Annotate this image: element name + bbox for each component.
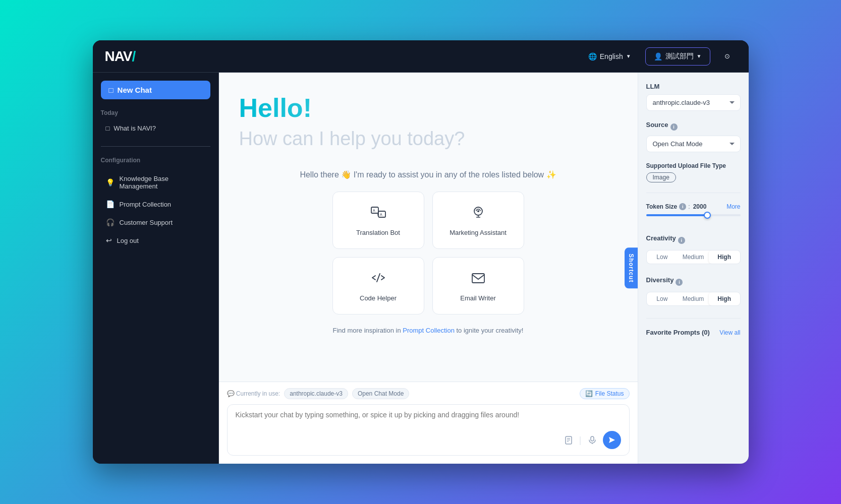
model-badge: anthropic.claude-v3 — [284, 388, 348, 399]
translation-bot-icon: A A — [370, 204, 386, 224]
sidebar-item-knowledge-base[interactable]: 💡 Knowledge Base Management — [101, 170, 210, 195]
llm-label: LLM — [646, 83, 741, 90]
file-icon: 📄 — [106, 200, 115, 208]
sidebar-item-label: Knowledge Base Management — [120, 175, 205, 190]
file-status-button[interactable]: 🔄 File Status — [580, 388, 630, 399]
creativity-label: Creativity — [646, 234, 676, 242]
panel-divider-2 — [646, 318, 741, 319]
creativity-high-button[interactable]: High — [709, 250, 740, 264]
source-label: Source — [646, 121, 668, 129]
plus-chat-icon: □ — [109, 86, 114, 94]
favorite-prompts-label: Favorite Prompts (0) — [646, 329, 710, 336]
code-helper-icon — [370, 270, 386, 289]
slider-thumb — [704, 212, 711, 219]
llm-select[interactable]: anthropic.claude-v3 gpt-4 gpt-3.5-turbo — [646, 94, 741, 111]
source-label-row: Source i — [646, 121, 741, 133]
chat-icon: □ — [106, 124, 110, 132]
view-all-link[interactable]: View all — [719, 329, 740, 336]
token-slider[interactable] — [646, 214, 741, 216]
code-helper-label: Code Helper — [360, 294, 397, 302]
role-card-email-writer[interactable]: Email Writer — [432, 257, 524, 314]
diversity-info-icon[interactable]: i — [676, 279, 683, 286]
config-label: Configuration — [101, 157, 210, 164]
chat-area: Hello! How can I help you today? Hello t… — [219, 73, 638, 464]
send-button[interactable] — [603, 431, 621, 449]
new-chat-button[interactable]: □ New Chat — [101, 81, 210, 99]
source-info-icon[interactable]: i — [670, 123, 678, 131]
sidebar-item-customer-support[interactable]: 🎧 Customer Support — [101, 213, 210, 231]
user-button[interactable]: 👤 測試部門 ▼ — [645, 47, 710, 66]
sidebar-item-label: Log out — [117, 237, 139, 244]
svg-text:A: A — [373, 209, 375, 212]
sidebar-divider — [101, 146, 210, 147]
role-card-code-helper[interactable]: Code Helper — [332, 257, 424, 314]
diversity-high-button[interactable]: High — [709, 292, 740, 305]
headset-icon: 🎧 — [106, 218, 115, 226]
shortcut-tab[interactable]: Shortcut — [625, 247, 638, 288]
hello-heading: Hello! — [239, 93, 312, 123]
user-icon: 👤 — [654, 52, 662, 60]
new-chat-label: New Chat — [118, 86, 152, 94]
role-card-marketing-assistant[interactable]: Marketing Assistant — [432, 192, 524, 249]
diversity-low-button[interactable]: Low — [647, 292, 678, 305]
sidebar-item-logout[interactable]: ↩ Log out — [101, 231, 210, 249]
chat-input[interactable] — [236, 411, 621, 427]
role-intro-text: Hello there 👋 I'm ready to assist you in… — [300, 170, 556, 179]
role-cards-grid: A A Translation Bot — [332, 192, 524, 314]
upload-badge: Image — [646, 172, 676, 182]
file-status-icon: 🔄 — [585, 390, 593, 397]
logo-text: NAV/ — [105, 48, 136, 65]
sidebar-chat-item[interactable]: □ What is NAVI? — [101, 120, 210, 136]
language-button[interactable]: 🌐 English ▼ — [582, 49, 637, 64]
svg-text:A: A — [380, 213, 382, 216]
token-size-label: Token Size — [646, 203, 678, 210]
status-prefix: 💬 Currently in use: — [227, 390, 281, 397]
microphone-button[interactable] — [586, 433, 599, 447]
chat-input-box: | — [227, 404, 630, 456]
mode-badge: Open Chat Mode — [352, 388, 409, 399]
diversity-medium-button[interactable]: Medium — [678, 292, 709, 305]
chevron-down-icon: ▼ — [697, 53, 702, 59]
settings-button[interactable]: ⊙ — [718, 47, 737, 66]
creativity-info-icon[interactable]: i — [678, 237, 685, 244]
marketing-assistant-icon — [470, 204, 486, 224]
chat-right-wrapper: Hello! How can I help you today? Hello t… — [219, 73, 749, 464]
sidebar-item-prompt-collection[interactable]: 📄 Prompt Collection — [101, 195, 210, 213]
logout-icon: ↩ — [106, 236, 112, 244]
header: NAV/ 🌐 English ▼ 👤 測試部門 ▼ ⊙ — [93, 40, 749, 73]
logo: NAV/ — [105, 48, 136, 65]
translation-bot-label: Translation Bot — [356, 229, 400, 236]
language-label: English — [600, 52, 623, 60]
svg-rect-11 — [591, 436, 594, 441]
sidebar-item-label: Prompt Collection — [120, 201, 172, 208]
chevron-down-icon: ▼ — [626, 53, 631, 59]
prompt-collection-link[interactable]: Prompt Collection — [403, 327, 455, 334]
token-size-section: Token Size i : 2000 More — [646, 203, 741, 224]
source-select[interactable]: Open Chat Mode Knowledge Base Mode — [646, 136, 741, 152]
token-more-link[interactable]: More — [726, 203, 740, 210]
main-layout: □ New Chat Today □ What is NAVI? Configu… — [93, 73, 749, 464]
svg-point-5 — [477, 210, 479, 212]
token-info-icon[interactable]: i — [679, 203, 686, 210]
header-right: 🌐 English ▼ 👤 測試部門 ▼ ⊙ — [582, 47, 737, 66]
favorite-prompts-row: Favorite Prompts (0) View all — [646, 329, 741, 336]
divider: | — [579, 435, 582, 446]
token-value: : — [688, 203, 690, 210]
settings-icon: ⊙ — [724, 52, 730, 60]
upload-section: Supported Upload File Type Image — [646, 162, 741, 182]
chat-item-label: What is NAVI? — [114, 124, 156, 132]
right-panel: LLM anthropic.claude-v3 gpt-4 gpt-3.5-tu… — [638, 73, 749, 464]
creativity-medium-button[interactable]: Medium — [678, 250, 709, 264]
chat-content: Hello! How can I help you today? Hello t… — [219, 73, 638, 382]
logo-slash: / — [132, 48, 136, 64]
source-section: Source i Open Chat Mode Knowledge Base M… — [646, 121, 741, 152]
chat-status-bar: 💬 Currently in use: anthropic.claude-v3 … — [227, 388, 630, 399]
user-label: 測試部門 — [665, 52, 694, 61]
creativity-section: Creativity i Low Medium High — [646, 234, 741, 266]
attach-file-button[interactable] — [562, 433, 575, 447]
role-card-translation-bot[interactable]: A A Translation Bot — [332, 192, 424, 249]
chat-input-area: 💬 Currently in use: anthropic.claude-v3 … — [219, 382, 638, 464]
llm-section: LLM anthropic.claude-v3 gpt-4 gpt-3.5-tu… — [646, 83, 741, 111]
diversity-label: Diversity — [646, 276, 674, 284]
creativity-low-button[interactable]: Low — [647, 250, 678, 264]
